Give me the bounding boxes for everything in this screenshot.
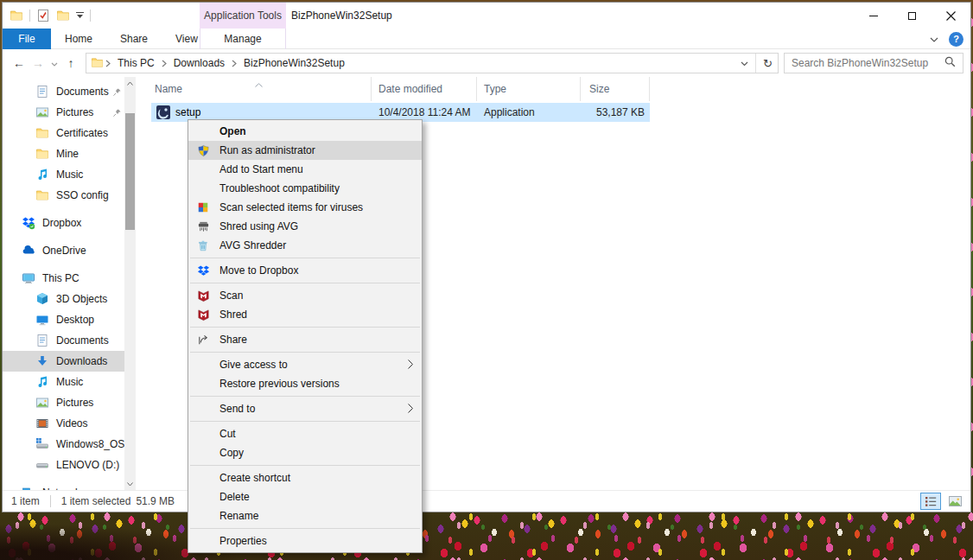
minimize-button[interactable] bbox=[854, 3, 893, 29]
selection-size: 51.9 MB bbox=[136, 495, 175, 507]
search-input[interactable]: Search BizPhoneWin32Setup bbox=[784, 53, 963, 73]
tab-share[interactable]: Share bbox=[106, 29, 162, 49]
sidebar-item-this-pc[interactable]: This PC bbox=[3, 268, 136, 289]
column-header-type[interactable]: Type bbox=[477, 77, 581, 101]
contextual-tab-application-tools[interactable]: Application Tools bbox=[200, 3, 286, 29]
scrollbar-thumb[interactable] bbox=[125, 113, 135, 230]
menu-item-scan-for-viruses[interactable]: Scan selected items for viruses bbox=[188, 198, 422, 217]
expand-ribbon-icon[interactable] bbox=[930, 33, 938, 45]
sidebar-item-music[interactable]: Music bbox=[3, 372, 136, 392]
column-header-name[interactable]: Name bbox=[136, 77, 372, 101]
breadcrumb-this-pc[interactable]: This PC bbox=[111, 54, 161, 73]
sidebar-item-label: Mine bbox=[56, 148, 79, 160]
sidebar-item-windows8-os-c[interactable]: Windows8_OS (C: bbox=[3, 434, 136, 455]
new-folder-icon[interactable] bbox=[56, 9, 70, 22]
breadcrumb-chevron-icon[interactable] bbox=[231, 60, 238, 67]
title-bar: Application Tools BizPhoneWin32Setup bbox=[3, 3, 970, 29]
forward-icon[interactable]: → bbox=[29, 56, 48, 70]
address-dropdown-icon[interactable] bbox=[735, 57, 754, 69]
properties-check-icon[interactable] bbox=[36, 9, 50, 22]
menu-item-shred-using-avg[interactable]: Shred using AVG bbox=[188, 217, 422, 236]
menu-item-send-to[interactable]: Send to bbox=[188, 399, 422, 418]
menu-item-copy[interactable]: Copy bbox=[188, 443, 422, 462]
sidebar-item-3d-objects[interactable]: 3D Objects bbox=[3, 289, 136, 309]
folder-icon bbox=[35, 126, 49, 140]
sidebar-item-dropbox[interactable]: Dropbox bbox=[3, 213, 136, 233]
menu-item-delete[interactable]: Delete bbox=[188, 487, 422, 506]
file-date-modified: 10/4/2018 11:24 AM bbox=[372, 106, 477, 118]
menu-item-rename[interactable]: Rename bbox=[188, 506, 422, 525]
menu-item-give-access-to[interactable]: Give access to bbox=[188, 355, 422, 374]
menu-item-share[interactable]: Share bbox=[188, 330, 422, 349]
menu-item-properties[interactable]: Properties bbox=[188, 531, 422, 550]
sidebar-scrollbar[interactable] bbox=[124, 77, 136, 490]
sidebar-item-documents-quick[interactable]: Documents bbox=[3, 81, 136, 102]
sidebar-item-videos[interactable]: Videos bbox=[3, 413, 136, 434]
file-type: Application bbox=[477, 106, 581, 118]
sidebar-item-downloads[interactable]: Downloads bbox=[3, 351, 136, 372]
breadcrumb-chevron-icon[interactable] bbox=[105, 60, 111, 67]
search-icon[interactable] bbox=[944, 56, 956, 70]
scroll-up-icon[interactable] bbox=[124, 77, 136, 89]
sidebar-item-label: Pictures bbox=[56, 106, 93, 118]
sidebar-item-desktop[interactable]: Desktop bbox=[3, 309, 136, 330]
help-icon[interactable]: ? bbox=[949, 32, 963, 47]
sidebar-item-network[interactable]: Network bbox=[3, 482, 136, 490]
details-view-button[interactable] bbox=[920, 493, 941, 510]
sidebar-item-onedrive[interactable]: OneDrive bbox=[3, 240, 136, 261]
menu-item-create-shortcut[interactable]: Create shortcut bbox=[188, 468, 422, 487]
scroll-down-icon[interactable] bbox=[124, 478, 136, 490]
document-icon bbox=[35, 334, 49, 347]
sort-ascending-icon bbox=[255, 78, 263, 90]
maximize-button[interactable] bbox=[893, 3, 932, 29]
status-bar: 1 item 1 item selected 51.9 MB bbox=[3, 490, 970, 512]
back-icon[interactable]: ← bbox=[10, 56, 29, 70]
recent-locations-icon[interactable] bbox=[48, 57, 61, 69]
toolbar-separator bbox=[90, 10, 91, 22]
tab-file[interactable]: File bbox=[3, 29, 51, 49]
menu-item-restore-previous-versions[interactable]: Restore previous versions bbox=[188, 374, 422, 393]
menu-item-shred[interactable]: Shred bbox=[188, 305, 422, 324]
sidebar-item-label: Videos bbox=[56, 417, 87, 430]
menu-item-move-to-dropbox[interactable]: Move to Dropbox bbox=[188, 261, 422, 280]
breadcrumb-chevron-icon[interactable] bbox=[161, 60, 168, 67]
computer-icon bbox=[22, 271, 35, 285]
sidebar-item-label: This PC bbox=[42, 272, 79, 284]
quick-access-toolbar bbox=[10, 3, 91, 29]
close-button[interactable] bbox=[932, 3, 970, 29]
sidebar-item-music-quick[interactable]: Music bbox=[3, 164, 136, 185]
menu-item-add-to-start-menu[interactable]: Add to Start menu bbox=[188, 160, 422, 179]
sidebar-item-mine[interactable]: Mine bbox=[3, 143, 136, 164]
tab-manage[interactable]: Manage bbox=[200, 29, 286, 49]
menu-item-avg-shredder[interactable]: AVG Shredder bbox=[188, 236, 422, 255]
menu-item-run-as-administrator[interactable]: Run as administrator bbox=[188, 141, 422, 160]
sidebar-item-certificates[interactable]: Certificates bbox=[3, 123, 136, 143]
sidebar-item-label: 3D Objects bbox=[56, 293, 107, 305]
menu-item-cut[interactable]: Cut bbox=[188, 424, 422, 443]
sidebar-item-lenovo-d[interactable]: LENOVO (D:) bbox=[3, 455, 136, 475]
menu-item-troubleshoot-compatibility[interactable]: Troubleshoot compatibility bbox=[188, 179, 422, 198]
menu-item-open[interactable]: Open bbox=[188, 122, 422, 141]
menu-item-scan[interactable]: Scan bbox=[188, 286, 422, 305]
window-controls bbox=[854, 3, 970, 29]
column-header-size[interactable]: Size bbox=[581, 77, 650, 101]
close-icon bbox=[946, 11, 956, 21]
picture-icon bbox=[35, 396, 49, 410]
sidebar-item-label: Dropbox bbox=[42, 217, 81, 229]
sidebar-item-documents[interactable]: Documents bbox=[3, 330, 136, 351]
sidebar-item-pictures-quick[interactable]: Pictures bbox=[3, 102, 136, 123]
tab-home[interactable]: Home bbox=[51, 29, 106, 49]
submenu-arrow-icon bbox=[408, 360, 413, 372]
sidebar-item-sso-config[interactable]: SSO config bbox=[3, 185, 136, 206]
column-header-date-modified[interactable]: Date modified bbox=[372, 77, 477, 101]
breadcrumb-downloads[interactable]: Downloads bbox=[168, 54, 231, 73]
sidebar-item-label: SSO config bbox=[56, 189, 109, 201]
qat-customize-icon[interactable] bbox=[76, 10, 84, 22]
up-icon[interactable]: ↑ bbox=[61, 56, 80, 70]
refresh-icon[interactable]: ↻ bbox=[758, 57, 778, 70]
breadcrumb[interactable]: This PC Downloads BizPhoneWin32Setup ↻ bbox=[86, 53, 779, 73]
dropbox-icon bbox=[22, 216, 35, 230]
breadcrumb-bizphonewin32setup[interactable]: BizPhoneWin32Setup bbox=[238, 54, 351, 73]
large-icons-view-button[interactable] bbox=[944, 493, 965, 510]
sidebar-item-pictures[interactable]: Pictures bbox=[3, 392, 136, 413]
